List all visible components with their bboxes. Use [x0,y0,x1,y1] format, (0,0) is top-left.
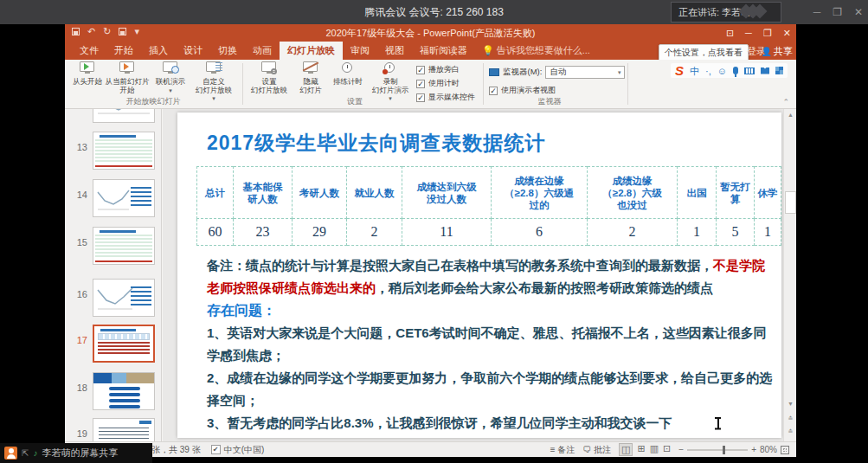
table-header-row: 总计 基本能保 研人数 考研人数 就业人数 成绩达到六级 没过人数 成绩在边缘 … [197,167,781,219]
slide-sorter-icon[interactable]: ⊞ [637,443,645,456]
ime-toolbar: S 中 ·, ☺ [671,63,788,78]
notes-toggle[interactable]: ≡ 备注 [550,444,575,456]
zoom-percent[interactable]: 80% [760,445,777,454]
col-header[interactable]: 考研人数 [293,167,347,219]
problem-item-1[interactable]: 1、英语对大家来说是个大问题，CET6考试时间不确定、雅思、托福报不上名，这些因… [207,322,775,367]
scroll-up-icon[interactable]: ▲ [784,109,797,121]
skin-icon[interactable] [761,68,769,74]
cell-undecided[interactable]: 5 [717,219,755,246]
ribbon-options-icon[interactable]: ⊡ [726,28,734,39]
punctuation-icon[interactable]: ·, [705,66,711,76]
group-divider [483,63,484,105]
share-control-icon[interactable]: ⇱ [22,448,29,458]
cell-total[interactable]: 60 [197,219,234,246]
present-online-button[interactable]: 联机演示▾ [151,61,190,94]
from-beginning-button[interactable]: 从头开始 [70,61,105,87]
group-label-start-show: 开始放映幻灯片 [101,96,205,107]
reading-view-icon[interactable]: ▥ [650,443,659,456]
zoom-slider[interactable] [687,449,748,451]
current-slide[interactable]: 2017级学生毕业去向调查表数据统计 总计 基本能保 研人数 考研人数 就业人数… [177,113,781,438]
share-button[interactable]: 👤共享 [762,45,793,58]
problem-item-2[interactable]: 2、成绩在边缘的同学这个学期要更加努力，争取前六个学期的绩点能够达到要求，给自己… [207,367,775,412]
mic-status-icon[interactable]: ♪ [33,448,37,458]
cell-jiuye[interactable]: 2 [347,219,402,246]
slideshow-view-icon[interactable]: ⊡ [663,443,671,456]
setup-slideshow-button[interactable]: 设置 幻灯片放映 [247,61,292,94]
col-header[interactable]: 成绩边缘 （≥2.8）六级 也没过 [588,167,678,219]
col-header[interactable]: 就业人数 [347,167,402,219]
next-slide-icon[interactable]: ≛ [784,427,797,437]
tab-transitions[interactable]: 切换 [210,42,245,60]
setup-slideshow-icon [260,61,278,75]
restore-icon[interactable]: ❐ [833,6,842,18]
zoom-out-icon[interactable]: − [678,445,684,454]
col-header[interactable]: 总计 [197,167,234,219]
voice-input-icon[interactable] [733,67,738,74]
tab-insert[interactable]: 插入 [141,42,176,60]
tab-animations[interactable]: 动画 [245,42,280,60]
zoom-in-icon[interactable]: + [751,445,756,454]
cell-leave[interactable]: 1 [755,219,781,246]
zoom-slider-thumb[interactable] [723,446,725,454]
col-header[interactable]: 成绩在边缘 （≥2.8）六级通 过的 [492,167,588,219]
show-media-controls-checkbox[interactable]: ✓显示媒体控件 [416,92,475,103]
collapse-ribbon-icon[interactable]: ⌃ [782,98,789,106]
language-indicator[interactable]: 中文(中国) [224,444,265,456]
slide-title[interactable]: 2017级学生毕业去向调查表数据统计 [207,130,545,157]
comments-toggle[interactable]: 🗨 批注 [582,444,611,456]
close-icon[interactable]: ✕ [854,6,863,18]
vertical-scrollbar[interactable]: ▲ ▼ ≛ ≛ [783,109,796,441]
play-from-start-icon [79,61,96,75]
scroll-down-icon[interactable]: ▼ [784,398,797,410]
col-header[interactable]: 成绩达到六级 没过人数 [402,167,492,219]
tell-me-box[interactable]: 💡告诉我您想要做什么... [475,42,597,60]
sogou-logo-icon[interactable]: S [675,65,684,76]
toolbox-grid-icon[interactable] [775,67,783,74]
cell-edge-pass[interactable]: 6 [492,219,588,246]
checkbox-checked-icon: ✓ [489,87,498,95]
rehearse-timings-icon [339,61,357,75]
input-mode-icon[interactable]: 中 [690,66,699,76]
soft-keyboard-icon[interactable] [744,68,755,74]
tab-foxit[interactable]: 福昕阅读器 [412,42,475,60]
tab-home[interactable]: 开始 [106,42,141,60]
previous-slide-icon[interactable]: ≛ [784,414,797,424]
rehearse-timings-button[interactable]: 排练计时 [330,61,366,87]
problems-heading[interactable]: 存在问题： [207,299,775,322]
cell-edge-fail[interactable]: 2 [588,219,678,246]
cell-cet-fail[interactable]: 11 [402,219,492,246]
monitor-row: 监视器(M): 自动▾ [489,66,625,79]
col-header[interactable]: 出国 [678,167,717,219]
cell-abroad[interactable]: 1 [678,219,717,246]
ppt-minimize-icon[interactable]: ─ [745,28,752,38]
use-presenter-view-checkbox[interactable]: ✓使用演示者视图 [489,85,556,96]
problem-item-3[interactable]: 3、暂无考虑的同学占比8.3%，让我感到很惊讶，希望几位同学主动和我交谈一下 [207,412,775,434]
scrollbar-thumb[interactable] [785,191,796,214]
fit-slide-icon[interactable] [781,446,789,454]
ppt-close-icon[interactable]: ✕ [783,28,791,39]
play-narrations-checkbox[interactable]: ✓播放旁白 [416,64,475,75]
monitor-dropdown[interactable]: 自动▾ [545,66,625,79]
emoji-icon[interactable]: ☺ [717,66,727,76]
normal-view-icon[interactable]: ◫ [619,443,633,456]
slide-body-text[interactable]: 备注：绩点的统计与计算是按照大家自己在表格中填写的教务系统中查询到的最新数据，不… [207,254,775,434]
col-header[interactable]: 暂无打 算 [717,167,755,219]
col-header[interactable]: 基本能保 研人数 [234,167,293,219]
tab-review[interactable]: 审阅 [343,42,377,60]
meeting-titlebar: 腾讯会议 会议号: 215 260 183 正在讲话: 李若萌; ─ ❐ ✕ [0,0,868,24]
tab-view[interactable]: 视图 [377,42,412,60]
cell-kaoyan[interactable]: 29 [293,219,347,246]
hide-slide-button[interactable]: 隐藏 幻灯片 [293,61,328,94]
minimize-icon[interactable]: ─ [813,6,821,18]
tab-slideshow[interactable]: 幻灯片放映 [280,42,343,60]
ppt-restore-icon[interactable]: ❐ [763,28,772,39]
from-current-slide-button[interactable]: 从当前幻灯片 开始 [105,61,150,94]
spellcheck-icon[interactable]: ✔ [211,445,221,454]
use-timings-checkbox[interactable]: ✓使用计时 [416,78,475,89]
cell-baoyan[interactable]: 23 [234,219,293,246]
tab-file[interactable]: 文件 [72,42,106,60]
col-header[interactable]: 休学 [755,167,781,219]
survey-data-table[interactable]: 总计 基本能保 研人数 考研人数 就业人数 成绩达到六级 没过人数 成绩在边缘 … [196,166,781,246]
tab-design[interactable]: 设计 [176,42,210,60]
note-paragraph[interactable]: 备注：绩点的统计与计算是按照大家自己在表格中填写的教务系统中查询到的最新数据，不… [207,254,775,299]
